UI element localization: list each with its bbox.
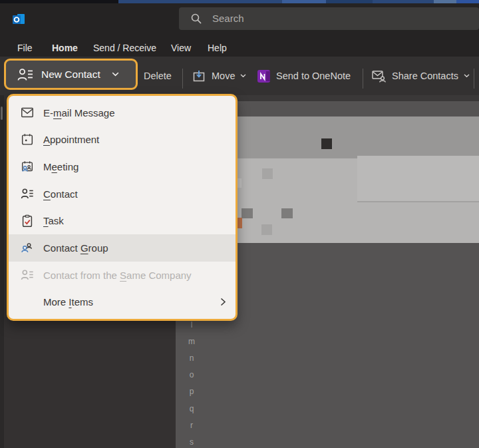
chevron-down-icon — [112, 72, 119, 77]
alphabet-index-letter-s[interactable]: s — [187, 435, 196, 448]
menu-item-contact[interactable]: Contact — [9, 180, 236, 208]
new-contact-icon — [17, 67, 34, 82]
alphabet-index-letter-p[interactable]: p — [187, 385, 196, 398]
scrollbar-thumb[interactable] — [1, 107, 3, 120]
list-content-block — [321, 138, 332, 149]
task-icon — [19, 213, 35, 229]
ribbon-separator — [474, 69, 474, 89]
onenote-label: Send to OneNote — [276, 71, 351, 81]
share-contacts-label: Share Contacts — [392, 71, 458, 81]
alphabet-index-letter-n[interactable]: n — [187, 351, 196, 365]
list-content-block — [262, 168, 273, 179]
ribbon-tab-view[interactable]: View — [171, 41, 191, 55]
list-content-block — [261, 224, 272, 235]
list-rows-band-right — [357, 156, 479, 202]
move-button[interactable]: Move — [192, 66, 246, 86]
ribbon-separator — [363, 69, 363, 89]
menu-item-e-mail-message[interactable]: E-mail Message — [9, 99, 236, 126]
delete-label: Delete — [144, 71, 172, 81]
menu-icon-placeholder — [19, 294, 35, 310]
chevron-down-icon — [464, 74, 470, 78]
list-content-block — [238, 178, 241, 188]
alphabet-index-letter-m[interactable]: m — [187, 335, 196, 348]
menu-item-label: Contact Group — [43, 242, 108, 254]
share-contacts-icon — [371, 69, 387, 83]
menu-item-label: Meeting — [43, 161, 79, 172]
list-content-block — [281, 208, 293, 218]
search-placeholder: Search — [212, 7, 244, 30]
contact-same-company-icon — [19, 267, 35, 283]
ribbon: New Contact Delete Move — [0, 57, 479, 95]
menu-item-label: More Items — [43, 296, 93, 308]
move-label: Move — [212, 71, 235, 81]
alphabet-index-letter-o[interactable]: o — [187, 368, 196, 381]
menu-item-contact-from-the-same-company: Contact from the Same Company — [9, 262, 236, 289]
menu-item-label: Appointment — [43, 134, 99, 145]
ribbon-tabs: FileHomeSend / ReceiveViewHelp — [0, 37, 479, 57]
send-to-onenote-button[interactable]: Send to OneNote — [257, 66, 351, 86]
outlook-window: Search FileHomeSend / ReceiveViewHelp Ne… — [0, 0, 479, 448]
outlook-app-icon[interactable] — [11, 13, 26, 26]
menu-item-appointment[interactable]: Appointment — [9, 126, 236, 154]
move-icon — [192, 69, 206, 83]
chevron-down-icon — [240, 74, 246, 78]
new-contact-label: New Contact — [41, 69, 100, 81]
folder-pane-edge — [0, 95, 4, 448]
menu-item-meeting[interactable]: Meeting — [9, 153, 236, 180]
titlebar: Search — [0, 3, 479, 37]
new-contact-button[interactable]: New Contact — [4, 59, 138, 90]
new-items-dropdown-menu: E-mail MessageAppointmentMeetingContactT… — [7, 94, 238, 321]
search-icon — [190, 13, 202, 25]
list-content-block — [241, 208, 253, 218]
menu-item-more-items[interactable]: More Items — [9, 288, 236, 316]
ribbon-tab-help[interactable]: Help — [208, 41, 227, 55]
alphabet-index-letter-q[interactable]: q — [187, 402, 196, 415]
ribbon-tab-file[interactable]: File — [17, 41, 33, 55]
menu-item-label: E-mail Message — [43, 107, 115, 118]
mail-icon — [19, 105, 35, 120]
menu-item-label: Contact — [43, 188, 78, 200]
search-box[interactable]: Search — [179, 7, 479, 30]
contact-group-icon — [19, 240, 35, 256]
ribbon-tab-send-receive[interactable]: Send / Receive — [93, 41, 156, 55]
delete-button[interactable]: Delete — [144, 66, 172, 86]
menu-item-contact-group[interactable]: Contact Group — [9, 234, 236, 262]
ribbon-separator — [182, 69, 183, 89]
appointment-icon — [19, 132, 35, 148]
menu-item-label: Task — [43, 215, 64, 226]
menu-item-task[interactable]: Task — [9, 208, 236, 235]
meeting-icon — [19, 159, 35, 175]
alphabet-index-letter-r[interactable]: r — [187, 419, 196, 432]
share-contacts-button[interactable]: Share Contacts — [371, 66, 470, 86]
onenote-icon — [257, 69, 271, 83]
ribbon-tab-home[interactable]: Home — [52, 41, 78, 55]
menu-item-label: Contact from the Same Company — [43, 270, 192, 281]
contact-icon — [19, 186, 35, 202]
list-content-block — [238, 218, 242, 228]
submenu-arrow-icon — [220, 298, 226, 306]
